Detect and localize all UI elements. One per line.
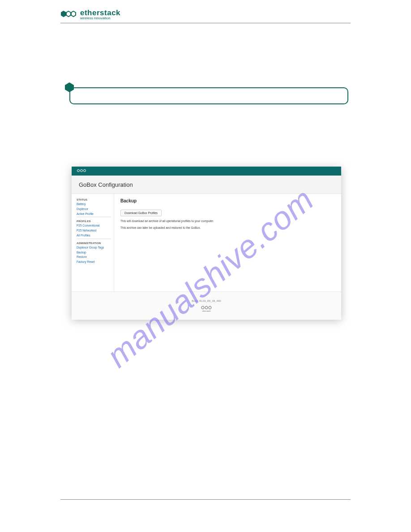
svg-marker-1 (66, 11, 71, 17)
etherstack-logo: etherstack wireless innovation (60, 9, 120, 20)
build-version: Build: RL03_R0_08_000 (192, 300, 221, 302)
sidebar-item-backup[interactable]: Backup (77, 251, 111, 254)
sidebar-divider (77, 217, 111, 217)
app-footer: Build: RL03_R0_08_000 etherstack (72, 292, 341, 320)
sidebar-item-duplexor-group-tags[interactable]: Duplexor Group Tags (77, 246, 111, 249)
main-title: Backup (120, 198, 335, 203)
svg-point-7 (201, 306, 204, 309)
document-header: etherstack wireless innovation (60, 9, 351, 23)
download-profiles-button[interactable]: Download GoBox Profiles (120, 210, 162, 216)
description-line-2: This archive can later be uploaded and r… (120, 226, 335, 230)
hex-chain-icon (60, 10, 78, 20)
svg-marker-0 (61, 11, 66, 17)
footer-logo-icon: etherstack (200, 305, 213, 312)
document-footer-rule (60, 499, 351, 500)
svg-point-4 (77, 170, 80, 172)
sidebar-heading-administration: ADMINISTRATION (77, 242, 111, 245)
description-line-1: This will download an archive of all ope… (120, 219, 335, 223)
sidebar-item-all-profiles[interactable]: All Profiles (77, 234, 111, 237)
sidebar-nav: STATUS Battery Duplexor Active Profile P… (72, 194, 114, 292)
page-title: GoBox Configuration (79, 181, 133, 188)
svg-point-5 (81, 170, 83, 172)
brand-tagline: wireless innovation (80, 17, 120, 20)
svg-point-8 (205, 306, 208, 309)
sidebar-heading-profiles: PROFILES (77, 220, 111, 223)
sidebar-item-p25-conventional[interactable]: P25 Conventional (77, 224, 111, 227)
hexagon-bullet-icon (64, 82, 75, 93)
main-content: Backup Download GoBox Profiles This will… (114, 194, 341, 292)
page-title-bar: GoBox Configuration (72, 176, 341, 194)
svg-point-9 (209, 306, 211, 309)
footer-brand: etherstack (202, 310, 210, 312)
callout-note (69, 87, 348, 104)
sidebar-item-battery[interactable]: Battery (77, 202, 111, 206)
sidebar-item-restore[interactable]: Restore (77, 255, 111, 259)
svg-marker-3 (65, 82, 74, 92)
sidebar-item-duplexor[interactable]: Duplexor (77, 207, 111, 211)
svg-marker-2 (71, 11, 76, 17)
callout-box (69, 87, 348, 104)
sidebar-item-active-profile[interactable]: Active Profile (77, 212, 111, 216)
sidebar-item-p25-networked[interactable]: P25 Networked (77, 229, 111, 232)
sidebar-divider (77, 239, 111, 239)
svg-point-6 (84, 170, 86, 172)
brand-name: etherstack (80, 9, 120, 17)
app-logo-icon (76, 168, 87, 174)
app-topbar (72, 167, 341, 176)
sidebar-heading-status: STATUS (77, 198, 111, 201)
gobox-screenshot: GoBox Configuration STATUS Battery Duple… (72, 167, 341, 319)
sidebar-item-factory-reset[interactable]: Factory Reset (77, 260, 111, 264)
